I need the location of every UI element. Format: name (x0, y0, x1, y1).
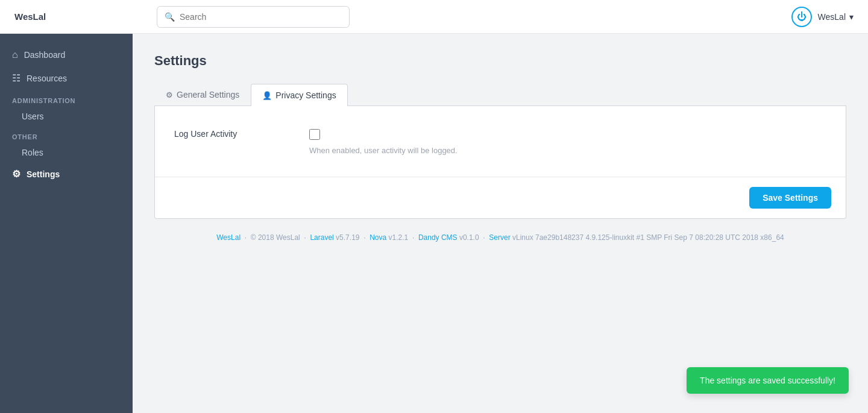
sidebar-item-resources[interactable]: ☷ Resources (0, 66, 133, 90)
chevron-down-icon: ▾ (849, 12, 854, 22)
settings-card: Log User Activity When enabled, user act… (154, 106, 846, 219)
sidebar-item-dashboard[interactable]: ⌂ Dashboard (0, 43, 133, 66)
footer-server-value: vLinux 7ae29b148237 4.9.125-linuxkit #1 … (512, 233, 784, 242)
footer-laravel-link[interactable]: Laravel (310, 233, 333, 242)
tab-general-settings[interactable]: ⚙ General Settings (154, 83, 251, 106)
footer-nova-version: v1.2.1 (389, 233, 409, 242)
footer-copyright: © 2018 WesLal (251, 233, 300, 242)
save-settings-button[interactable]: Save Settings (749, 187, 831, 209)
user-label: WesLal (818, 12, 846, 22)
topnav-right: ⏻ WesLal ▾ (791, 7, 854, 27)
main-content: Settings ⚙ General Settings 👤 Privacy Se… (133, 34, 868, 413)
settings-tabs: ⚙ General Settings 👤 Privacy Settings (154, 83, 846, 106)
sidebar-label-resources: Resources (27, 74, 67, 83)
gear-tab-icon: ⚙ (166, 90, 173, 99)
sidebar-label-settings: Settings (27, 169, 60, 179)
footer-dandy-link[interactable]: Dandy CMS (418, 233, 458, 242)
page-footer: WesLal · © 2018 WesLal · Laravel v5.7.19… (154, 233, 846, 242)
grid-icon: ☷ (12, 72, 20, 84)
sidebar: ⌂ Dashboard ☷ Resources Administration U… (0, 34, 133, 413)
tab-privacy-settings[interactable]: 👤 Privacy Settings (251, 84, 347, 106)
log-user-activity-row: Log User Activity When enabled, user act… (174, 123, 826, 160)
log-user-activity-label: Log User Activity (174, 128, 295, 139)
sidebar-section-other: Other (0, 126, 133, 143)
sidebar-section-admin: Administration (0, 90, 133, 107)
search-input[interactable] (180, 12, 342, 22)
log-user-activity-checkbox[interactable] (309, 129, 320, 140)
sidebar-item-settings[interactable]: ⚙ Settings (0, 162, 133, 186)
tab-privacy-label: Privacy Settings (275, 90, 336, 100)
footer-weslal-link[interactable]: WesLal (216, 233, 241, 242)
search-bar[interactable]: 🔍 (157, 6, 350, 28)
page-title: Settings (154, 53, 846, 69)
user-tab-icon: 👤 (262, 91, 272, 100)
search-icon: 🔍 (165, 12, 175, 22)
topnav-brand: WesLal (14, 11, 147, 22)
footer-dandy-version: v0.1.0 (459, 233, 479, 242)
sidebar-item-roles[interactable]: Roles (0, 143, 133, 162)
gear-icon: ⚙ (12, 168, 20, 180)
home-icon: ⌂ (12, 49, 18, 60)
user-menu[interactable]: WesLal ▾ (818, 12, 854, 22)
success-toast: The settings are saved successfully! (687, 367, 849, 394)
settings-body: Log User Activity When enabled, user act… (155, 106, 846, 177)
footer-nova-link[interactable]: Nova (370, 233, 386, 242)
tab-general-label: General Settings (177, 90, 239, 99)
footer-server-link: Server (489, 233, 510, 242)
settings-footer: Save Settings (155, 177, 846, 218)
topnav: WesLal 🔍 ⏻ WesLal ▾ (0, 0, 868, 34)
log-user-activity-control: When enabled, user activity will be logg… (309, 128, 458, 155)
sidebar-label-dashboard: Dashboard (24, 50, 66, 60)
power-icon[interactable]: ⏻ (791, 7, 812, 27)
log-user-activity-hint: When enabled, user activity will be logg… (309, 146, 458, 155)
footer-laravel-version: v5.7.19 (336, 233, 359, 242)
sidebar-item-users[interactable]: Users (0, 107, 133, 126)
